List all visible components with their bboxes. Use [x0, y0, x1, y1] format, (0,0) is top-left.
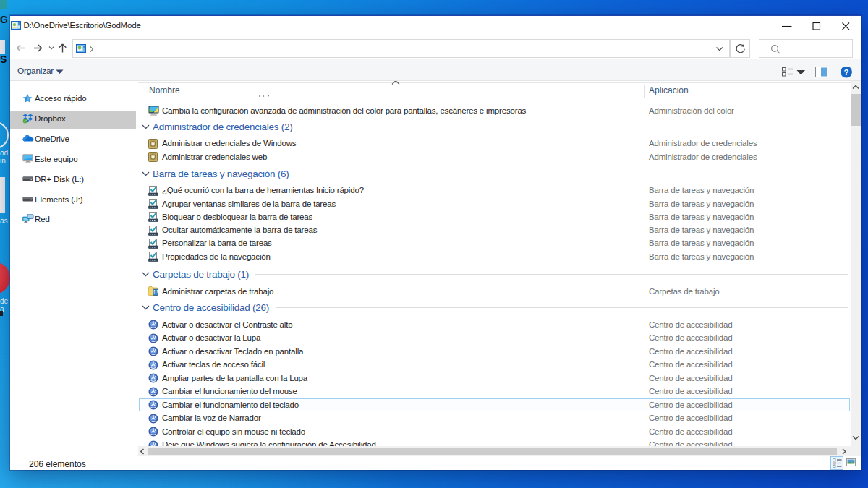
svg-text:?: ?	[843, 68, 848, 77]
